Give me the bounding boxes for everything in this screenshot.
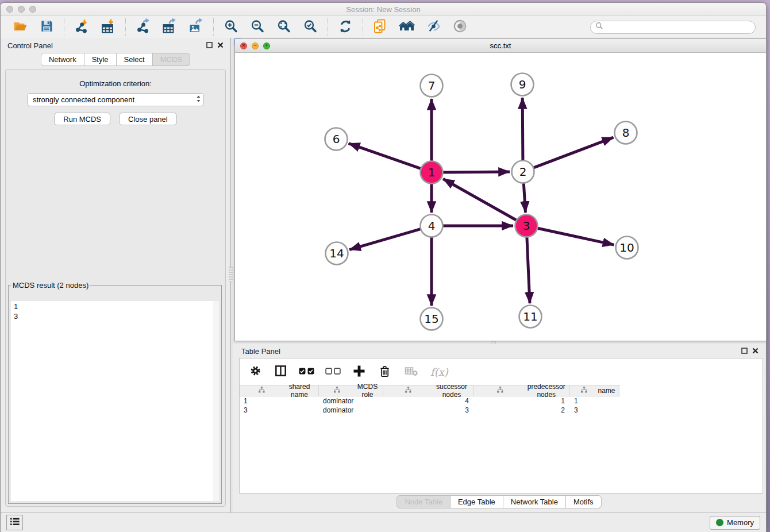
column-settings-button[interactable] (248, 363, 262, 381)
mcds-result-text[interactable]: 1 3 (11, 301, 213, 501)
table-tab-network-table[interactable]: Network Table (503, 495, 566, 508)
graph-edge-3-11[interactable] (527, 237, 530, 303)
unselect-all-columns-button[interactable] (325, 367, 341, 377)
column-header-shared-name[interactable]: shared name (240, 385, 319, 396)
zoom-in-icon (224, 19, 238, 36)
table-cell[interactable]: 3 (383, 406, 474, 415)
graph-edge-2-9[interactable] (522, 98, 523, 160)
node-table: f(x) shared nameMCDS rolesuccessor nodes… (239, 358, 763, 494)
graph-edge-2-8[interactable] (534, 137, 614, 168)
show-columns-button[interactable] (273, 363, 288, 381)
graph-node-10[interactable]: 10 (616, 237, 638, 259)
zoom-in-button[interactable] (222, 18, 240, 36)
run-mcds-button[interactable]: Run MCDS (54, 113, 110, 125)
window-titlebar[interactable]: Session: New Session (1, 3, 766, 16)
graph-node-14[interactable]: 14 (326, 242, 348, 265)
tab-style[interactable]: Style (84, 53, 117, 66)
graph-node-8[interactable]: 8 (615, 122, 637, 144)
status-bar: Memory (1, 512, 766, 532)
dropdown-stepper-icon (196, 94, 201, 105)
save-session-button[interactable] (37, 18, 56, 36)
tab-network[interactable]: Network (41, 53, 84, 66)
float-panel-button[interactable] (206, 40, 213, 51)
app-window: Session: New Session (0, 2, 767, 532)
close-table-panel-button[interactable] (752, 346, 759, 356)
column-header-MCDS-role[interactable]: MCDS role (319, 385, 383, 396)
tab-mcds[interactable]: MCDS (153, 53, 190, 66)
graph-edge-2-3[interactable] (523, 183, 525, 213)
graph-edge-1-6[interactable] (349, 144, 421, 169)
search-input[interactable] (606, 22, 750, 32)
select-all-columns-button[interactable] (299, 367, 314, 377)
network-window-titlebar[interactable]: × − + scc.txt (235, 39, 766, 53)
tab-select[interactable]: Select (117, 53, 153, 66)
create-column-button[interactable] (352, 363, 367, 381)
column-tree-icon (322, 387, 352, 395)
delete-columns-button[interactable] (378, 363, 391, 381)
export-table-button[interactable] (160, 18, 179, 36)
panel-splitter-grip[interactable] (229, 267, 233, 282)
graph-node-3[interactable]: 3 (515, 215, 538, 237)
graph-node-9[interactable]: 9 (511, 74, 534, 96)
float-table-panel-button[interactable] (741, 346, 748, 356)
table-body: 1dominator4113dominator323 (240, 396, 763, 415)
export-network-button[interactable] (134, 18, 152, 36)
show-panels-button[interactable] (398, 18, 416, 36)
table-cell[interactable]: 3 (240, 406, 319, 415)
apply-layout-button[interactable] (336, 18, 355, 36)
table-cell[interactable]: 1 (570, 396, 618, 406)
checked-box-icon (299, 367, 306, 377)
import-network-icon (74, 18, 90, 36)
table-tab-edge-table[interactable]: Edge Table (451, 495, 503, 508)
graph-node-7[interactable]: 7 (421, 75, 443, 97)
graph-edge-4-14[interactable] (349, 229, 421, 250)
graph-node-1[interactable]: 1 (421, 161, 443, 184)
zoom-fit-button[interactable] (275, 18, 293, 36)
graph-node-15[interactable]: 15 (421, 308, 443, 330)
close-panel-button[interactable] (217, 40, 224, 51)
open-session-button[interactable] (11, 18, 29, 36)
table-cell[interactable]: 2 (474, 406, 570, 415)
export-image-button[interactable] (187, 18, 205, 36)
import-table-button[interactable] (99, 18, 117, 36)
control-panel: Control Panel NetworkStyleSelectMCDS Opt… (1, 38, 231, 512)
column-header-successor-nodes[interactable]: successor nodes (383, 385, 474, 396)
close-panel-button-mcds[interactable]: Close panel (119, 113, 177, 125)
clone-network-icon (372, 18, 388, 36)
network-window-title: scc.txt (235, 41, 766, 50)
search-box[interactable] (590, 21, 756, 34)
graph-node-4[interactable]: 4 (421, 215, 443, 237)
clone-network-button[interactable] (371, 18, 390, 36)
table-tabs-bar: Node TableEdge TableNetwork TableMotifs (233, 495, 765, 508)
delete-table-button[interactable] (402, 363, 419, 381)
criterion-dropdown[interactable]: strongly connected component (27, 93, 204, 106)
graph-node-6[interactable]: 6 (325, 128, 348, 151)
show-graphics-details-button[interactable] (451, 18, 469, 36)
table-row[interactable]: 3dominator323 (240, 406, 763, 415)
graph-node-11[interactable]: 11 (519, 306, 542, 328)
zoom-selected-button[interactable] (301, 18, 319, 36)
zoom-fit-icon (276, 19, 291, 36)
table-cell[interactable]: dominator (319, 406, 383, 415)
graph-node-2[interactable]: 2 (512, 161, 534, 183)
search-icon (595, 22, 603, 32)
function-builder-button[interactable]: f(x) (430, 366, 448, 378)
memory-button[interactable]: Memory (710, 516, 760, 530)
console-button[interactable] (6, 515, 23, 530)
table-tab-node-table[interactable]: Node Table (396, 495, 451, 508)
result-scrollbar[interactable] (213, 301, 219, 501)
window-title: Session: New Session (1, 5, 766, 14)
column-header-predecessor-nodes[interactable]: predecessor nodes (474, 385, 570, 396)
graph-edge-3-10[interactable] (538, 228, 614, 245)
table-cell[interactable]: 3 (570, 406, 618, 415)
zoom-out-button[interactable] (248, 18, 267, 36)
network-canvas[interactable]: 7968124314101511 (235, 53, 766, 341)
column-header-name[interactable]: name (570, 385, 618, 396)
table-tab-motifs[interactable]: Motifs (566, 495, 602, 508)
graph-edge-1-2[interactable] (443, 172, 510, 172)
table-toolbar: f(x) (240, 358, 763, 385)
graph-edge-3-1[interactable] (443, 179, 517, 220)
hide-graphics-details-button[interactable] (424, 18, 442, 36)
svg-text:3: 3 (523, 219, 530, 233)
import-network-button[interactable] (72, 18, 91, 36)
